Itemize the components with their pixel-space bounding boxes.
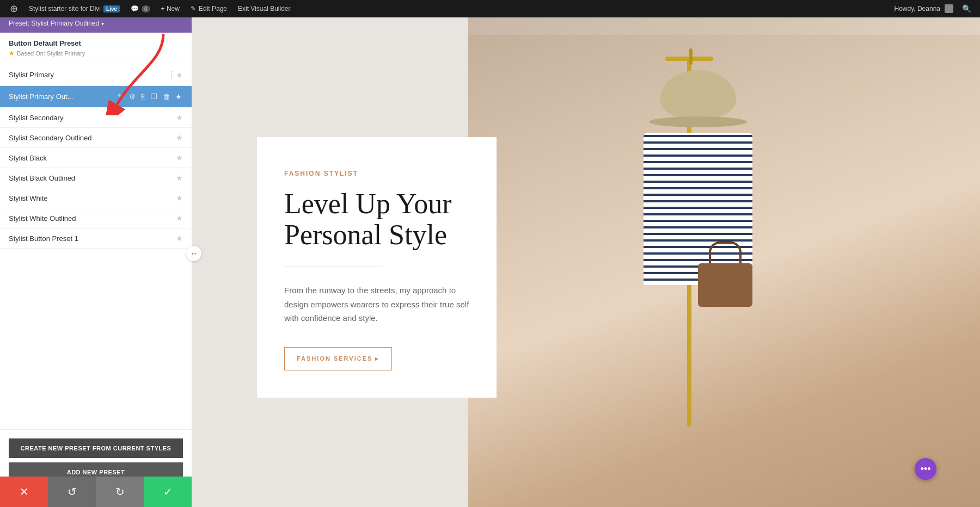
new-label: + New [161, 5, 180, 13]
save-icon: ✓ [163, 485, 173, 498]
wp-admin-bar: ⊕ Stylist starter site for Divi Live 💬 0… [0, 0, 980, 17]
bag [698, 263, 752, 307]
preset-name-active: Stylist Primary Out... [9, 92, 117, 101]
preset-list: Button Default Preset ★ Based On: Stylis… [0, 33, 192, 429]
edit-page-label: Edit Page [199, 5, 227, 13]
hero-content-card: FASHION STYLIST Level Up Your Personal S… [257, 137, 497, 398]
button-settings-panel: Button Settings Preset: Stylist Primary … [0, 0, 192, 507]
edit-page-item[interactable]: ✎ Edit Page [185, 0, 232, 17]
new-item[interactable]: + New [156, 0, 185, 17]
based-on-text: Based On: Stylist Primary [17, 50, 85, 57]
preset-star-icon[interactable]: ★ [176, 133, 183, 142]
preset-star-icon[interactable]: ★ [176, 214, 183, 222]
undo-icon: ↺ [68, 485, 77, 498]
card-body: From the runway to the streets, my appro… [284, 283, 469, 325]
preset-star-icon[interactable]: ★ [176, 153, 183, 162]
live-badge: Live [103, 5, 120, 13]
based-on-line: ★ Based On: Stylist Primary [9, 50, 183, 57]
exit-vb-label: Exit Visual Builder [238, 5, 291, 13]
howdy-text: Howdy, Deanna [895, 5, 941, 13]
preset-star-icon[interactable]: ★ [176, 234, 183, 243]
default-preset-section: Button Default Preset ★ Based On: Stylis… [0, 33, 192, 64]
preset-star-icon[interactable]: ★ [176, 194, 183, 202]
preset-item-stylist-primary-outlined[interactable]: Stylist Primary Out... ✎ ⚙ ⎘ ❐ 🗑 ★ [0, 86, 192, 108]
preset-item-stylist-black[interactable]: Stylist Black ★ [0, 148, 192, 168]
redo-button[interactable]: ↻ [96, 477, 144, 507]
based-on-name: Stylist Primary [47, 50, 85, 57]
site-name-item[interactable]: Stylist starter site for Divi Live [23, 0, 125, 17]
preset-duplicate-icon[interactable]: ⎘ [140, 91, 146, 102]
preset-item-stylist-secondary-outlined[interactable]: Stylist Secondary Outlined ★ [0, 128, 192, 148]
preset-item-stylist-white-outlined[interactable]: Stylist White Outlined ★ [0, 208, 192, 228]
hat [649, 62, 747, 127]
panel-toggle[interactable]: ↔ [186, 246, 201, 261]
wp-logo-item[interactable]: ⊕ [4, 0, 23, 17]
toolbar-buttons: ✕ ↺ ↻ ✓ [0, 477, 192, 507]
hat-brim [649, 116, 747, 127]
preset-selector[interactable]: Preset: Stylist Primary Outlined ▾ [9, 20, 183, 27]
site-name-text: Stylist starter site for Divi [29, 5, 101, 13]
main-content: FASHION STYLIST Level Up Your Personal S… [192, 17, 980, 507]
wordpress-icon: ⊕ [10, 3, 18, 15]
based-on-prefix: Based On: [17, 50, 45, 57]
current-preset-label: Preset: Stylist Primary Outlined [9, 20, 99, 27]
preset-item-stylist-button-preset-1[interactable]: Stylist Button Preset 1 ★ [0, 228, 192, 249]
preset-dropdown-arrow: ▾ [101, 21, 104, 27]
hero-image [468, 17, 980, 507]
preset-name-stylist-black: Stylist Black [9, 154, 176, 162]
hat-crown [660, 70, 736, 119]
card-title: Level Up Your Personal Style [284, 188, 469, 250]
bag-strap [709, 242, 742, 266]
preset-item-stylist-primary[interactable]: Stylist Primary ⋮ ★ [0, 64, 192, 86]
preset-item-stylist-white[interactable]: Stylist White ★ [0, 188, 192, 208]
exit-vb-item[interactable]: Exit Visual Builder [232, 0, 296, 17]
preset-name-stylist-primary: Stylist Primary [9, 71, 165, 79]
preset-name-stylist-button-preset-1: Stylist Button Preset 1 [9, 234, 176, 243]
preset-name-stylist-white-outlined: Stylist White Outlined [9, 214, 176, 222]
comment-count: 0 [142, 5, 150, 13]
create-preset-button[interactable]: CREATE NEW PRESET FROM CURRENT STYLES [9, 438, 183, 458]
preset-item-stylist-black-outlined[interactable]: Stylist Black Outlined ★ [0, 168, 192, 188]
save-button[interactable]: ✓ [144, 477, 192, 507]
card-cta-button[interactable]: FASHION SERVICES ▸ [284, 347, 392, 370]
comments-item[interactable]: 💬 0 [125, 0, 156, 17]
default-preset-label: Button Default Preset [9, 39, 183, 47]
undo-button[interactable]: ↺ [48, 477, 96, 507]
preset-copy-icon[interactable]: ❐ [150, 91, 158, 102]
hero-image-inner [468, 35, 980, 507]
howdy-section: Howdy, Deanna 🔍 [895, 4, 976, 13]
comment-icon: 💬 [131, 5, 139, 13]
card-divider [284, 267, 382, 267]
preset-delete-icon[interactable]: 🗑 [162, 91, 171, 102]
preset-name-stylist-black-outlined: Stylist Black Outlined [9, 174, 176, 182]
user-avatar [945, 4, 953, 13]
fashion-figure [633, 46, 861, 470]
preset-star-icon[interactable]: ★ [176, 113, 183, 122]
preset-active-toolbar: ✎ ⚙ ⎘ ❐ 🗑 ★ [117, 91, 183, 102]
close-button[interactable]: ✕ [0, 477, 48, 507]
preset-name-stylist-secondary: Stylist Secondary [9, 114, 176, 122]
redo-icon: ↻ [115, 485, 125, 498]
preset-name-stylist-white: Stylist White [9, 194, 176, 202]
preset-item-stylist-secondary[interactable]: Stylist Secondary ★ [0, 108, 192, 128]
bottom-toolbar: ✕ ↺ ↻ ✓ [0, 477, 980, 507]
preset-name-stylist-secondary-outlined: Stylist Secondary Outlined [9, 134, 176, 142]
card-tag: FASHION STYLIST [284, 170, 469, 177]
preset-star-icon[interactable]: ★ [176, 174, 183, 182]
preset-settings-icon[interactable]: ⚙ [128, 91, 137, 102]
preset-dots-icon[interactable]: ⋮ [167, 70, 176, 80]
search-icon[interactable]: 🔍 [958, 4, 976, 13]
preset-favorite-icon[interactable]: ★ [174, 91, 183, 102]
edit-icon: ✎ [191, 5, 196, 13]
close-icon: ✕ [20, 485, 29, 498]
based-on-star-icon: ★ [9, 50, 15, 57]
preset-edit-icon[interactable]: ✎ [117, 91, 125, 102]
preset-star-icon[interactable]: ★ [176, 71, 183, 79]
